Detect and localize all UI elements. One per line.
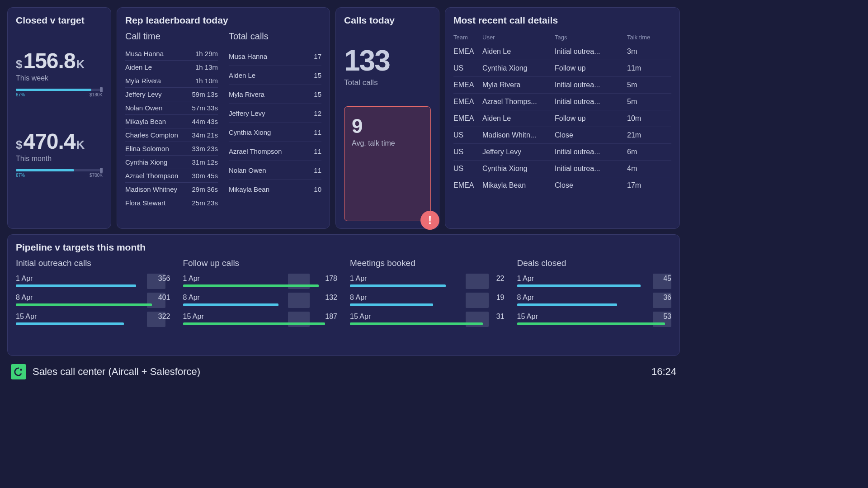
cell-tags: Initial outrea... [555,148,627,156]
closed-month-value: 470.4 [23,129,75,154]
pipeline-date: 15 Apr [517,313,538,321]
pipeline-row: 8 Apr36 [517,294,672,306]
cell-tags: Close [555,181,627,190]
cell-user: Madison Whitn... [482,131,555,139]
pipeline-bar [183,303,279,306]
rep-name: Charles Compton [125,131,178,139]
pipeline-row: 15 Apr53 [517,313,672,325]
col-user: User [482,34,555,41]
avg-talk-label: Avg. talk time [352,139,423,147]
rep-name: Mikayla Bean [229,185,269,193]
list-item: Cynthia Xiong31m 12s [125,156,218,169]
pipeline-bar [183,284,319,287]
cell-team: US [453,148,482,156]
rep-value: 44m 43s [192,118,218,125]
recent-calls-card: Most recent call details Team User Tags … [445,7,680,229]
svg-point-0 [20,369,22,371]
pipeline-bar [16,303,152,306]
pipeline-date: 15 Apr [16,313,37,321]
card-title: Rep leaderboard today [125,15,321,26]
rep-value: 33m 23s [192,145,218,152]
cell-user: Myla Rivera [482,81,555,89]
rep-name: Flora Stewart [125,199,165,207]
cell-tags: Initial outrea... [555,81,627,89]
pipeline-date: 8 Apr [16,294,33,302]
cell-user: Azrael Thomps... [482,98,555,106]
closed-week-metric: $ 156.8 K This week 87%$180K [16,48,103,97]
rep-name: Myla Rivera [125,77,161,85]
rep-name: Nolan Owen [229,166,266,174]
pipeline-bar [350,303,433,306]
card-title: Closed v target [16,15,103,26]
pipeline-date: 8 Apr [517,294,534,302]
rep-name: Cynthia Xiong [229,128,271,136]
cell-tags: Initial outrea... [555,165,627,173]
pipeline-section: Initial outreach calls1 Apr3568 Apr40115… [16,258,170,332]
pipeline-date: 1 Apr [350,275,367,283]
rep-name: Azrael Thompson [125,172,178,180]
rep-value: 59m 13s [192,90,218,98]
pipeline-subtitle: Meetings booked [350,258,505,268]
pipeline-bar [16,322,124,325]
suffix: K [76,57,85,71]
cell-tags: Follow up [555,114,627,123]
cell-tags: Initial outrea... [555,98,627,106]
rep-value: 10 [314,185,321,193]
rep-value: 17 [314,52,321,60]
clock: 16:24 [651,366,676,378]
pipeline-date: 8 Apr [350,294,367,302]
rep-name: Mikayla Bean [125,118,166,125]
rep-value: 15 [314,71,321,79]
pipeline-section: Deals closed1 Apr458 Apr3615 Apr53 [517,258,672,332]
pipeline-row: 15 Apr322 [16,313,170,325]
cell-user: Mikayla Bean [482,181,555,190]
rep-name: Jeffery Levy [125,90,162,98]
cell-talk: 3m [627,47,659,56]
list-item: Nolan Owen57m 33s [125,101,218,115]
logo-icon [11,364,26,379]
cell-talk: 5m [627,81,659,89]
cell-tags: Close [555,131,627,139]
dashboard-title: Sales call center (Aircall + Salesforce) [33,366,200,378]
avg-talk-value: 9 [352,115,423,137]
rep-name: Jeffery Levy [229,109,265,117]
rep-name: Aiden Le [229,71,255,79]
rep-value: 12 [314,109,321,117]
pipeline-bar [517,303,618,306]
pipeline-date: 15 Apr [183,313,204,321]
list-item: Elina Solomon33m 23s [125,142,218,156]
total-calls-label: Total calls [344,78,431,87]
cell-talk: 21m [627,131,659,139]
rep-name: Elina Solomon [125,145,169,152]
rep-value: 57m 33s [192,104,218,112]
rep-name: Musa Hanna [229,52,267,60]
list-item: Musa Hanna17 [229,47,321,66]
rep-name: Myla Rivera [229,90,264,98]
rep-value: 25m 23s [192,199,218,207]
cell-talk: 5m [627,98,659,106]
table-row: USCynthia XiongInitial outrea...4m [453,161,671,177]
pipeline-row: 1 Apr178 [183,275,338,287]
pipeline-bar [350,284,446,287]
cell-user: Cynthia Xiong [482,64,555,72]
period-label: This month [16,155,103,163]
cell-talk: 17m [627,181,659,190]
pipeline-date: 1 Apr [16,275,33,283]
footer-bar: Sales call center (Aircall + Salesforce)… [7,361,680,379]
pipeline-value: 53 [663,313,671,321]
pipeline-section: Follow up calls1 Apr1788 Apr13215 Apr187 [183,258,338,332]
pipeline-row: 1 Apr45 [517,275,672,287]
list-item: Jeffery Levy59m 13s [125,88,218,101]
rep-name: Musa Hanna [125,50,164,57]
pipeline-row: 8 Apr19 [350,294,505,306]
cell-talk: 10m [627,114,659,123]
pipeline-row: 15 Apr187 [183,313,338,325]
table-row: EMEAMikayla BeanClose17m [453,177,671,194]
cell-user: Aiden Le [482,114,555,123]
progress-bar [16,169,103,171]
list-item: Madison Whitney29m 36s [125,183,218,196]
alert-icon: ! [420,211,439,230]
col-tags: Tags [555,34,627,41]
pipeline-value: 322 [158,313,170,321]
pipeline-value: 31 [496,313,505,321]
